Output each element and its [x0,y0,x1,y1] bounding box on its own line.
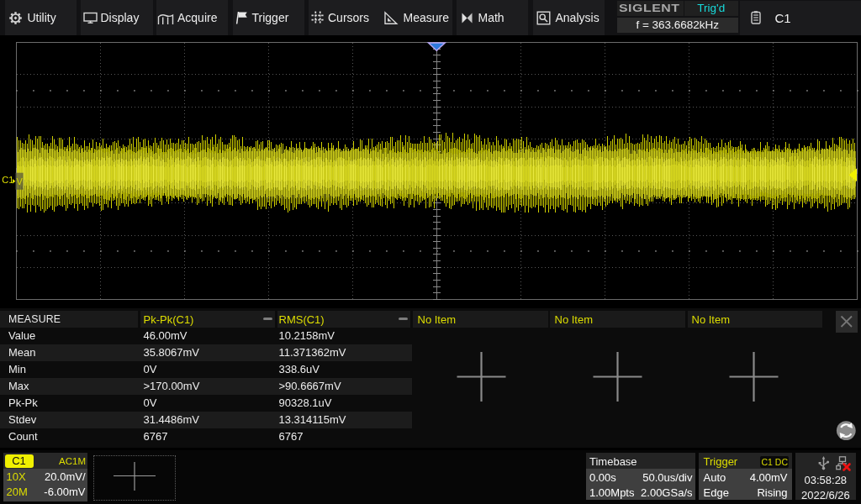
svg-text:V: V [17,176,24,186]
svg-text:C1: C1 [2,175,13,185]
